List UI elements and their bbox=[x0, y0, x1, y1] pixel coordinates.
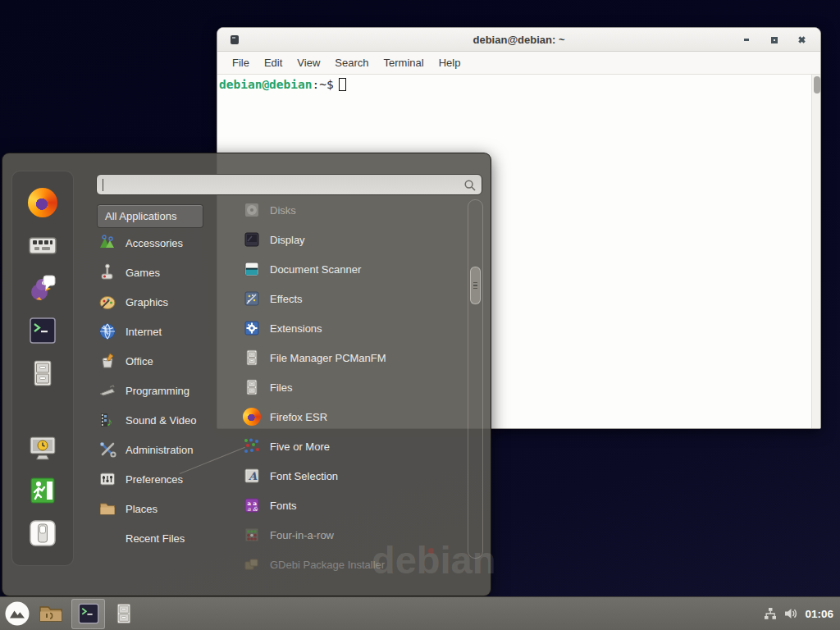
minimize-button[interactable] bbox=[741, 34, 751, 45]
accessories-icon bbox=[98, 234, 116, 252]
pidgin-favorite-icon[interactable] bbox=[28, 273, 57, 303]
administration-icon bbox=[98, 441, 116, 459]
app-item-gdebi-package-installer[interactable]: GDebi Package Installer bbox=[240, 550, 463, 579]
four-in-a-row-icon bbox=[243, 526, 261, 544]
extensions-icon bbox=[243, 319, 261, 337]
svg-text:♪: ♪ bbox=[107, 415, 112, 428]
category-all-applications[interactable]: All Applications bbox=[97, 204, 203, 228]
app-item-file-manager-pcmanfm[interactable]: File Manager PCManFM bbox=[240, 343, 463, 372]
menu-help[interactable]: Help bbox=[439, 57, 461, 69]
app-item-effects[interactable]: Effects bbox=[240, 284, 463, 313]
volume-tray-icon[interactable] bbox=[783, 606, 799, 621]
gdebi-icon bbox=[243, 555, 261, 573]
app-item-disks[interactable]: Disks bbox=[240, 195, 463, 225]
firefox-esr-icon bbox=[243, 408, 261, 426]
document-scanner-icon bbox=[243, 260, 261, 278]
file-manager-taskbar-button[interactable] bbox=[112, 602, 135, 625]
menu-button[interactable] bbox=[4, 600, 30, 627]
lock-screen-button[interactable] bbox=[28, 433, 57, 463]
network-tray-icon[interactable] bbox=[763, 606, 778, 621]
five-or-more-icon bbox=[243, 437, 261, 455]
app-item-files[interactable]: Files bbox=[240, 372, 463, 402]
application-menu: debian bbox=[2, 153, 491, 596]
category-games[interactable]: Games bbox=[97, 258, 232, 287]
terminal-taskbar-button[interactable] bbox=[71, 599, 105, 629]
display-icon bbox=[243, 231, 261, 249]
font-selection-icon: A bbox=[243, 467, 261, 485]
menu-edit[interactable]: Edit bbox=[264, 57, 282, 69]
menu-view[interactable]: View bbox=[297, 57, 320, 69]
files-folder-launcher[interactable] bbox=[38, 600, 64, 627]
category-programming[interactable]: Programming bbox=[97, 376, 232, 405]
effects-icon bbox=[243, 290, 261, 308]
programming-icon bbox=[98, 381, 116, 399]
prompt-suffix: :~$ bbox=[313, 78, 334, 91]
places-icon bbox=[98, 500, 116, 518]
svg-text:a &: a & bbox=[248, 506, 258, 513]
keyboard-favorite-icon[interactable] bbox=[28, 231, 57, 260]
app-item-extensions[interactable]: Extensions bbox=[240, 313, 463, 343]
category-office[interactable]: Office bbox=[97, 346, 232, 376]
terminal-scrollbar[interactable] bbox=[811, 75, 820, 428]
category-sound-video[interactable]: ♪ Sound & Video bbox=[97, 405, 232, 435]
graphics-icon bbox=[98, 293, 116, 311]
pcmanfm-icon bbox=[243, 349, 261, 367]
office-icon bbox=[98, 352, 116, 370]
firefox-favorite-icon[interactable] bbox=[28, 188, 57, 217]
app-list-scrollbar[interactable] bbox=[468, 199, 483, 559]
search-input[interactable] bbox=[96, 174, 482, 195]
preferences-icon bbox=[98, 470, 116, 488]
terminal-cursor bbox=[339, 78, 346, 91]
application-list: Disks Display Document Scanner Effects E… bbox=[240, 195, 463, 579]
taskbar-clock[interactable]: 01:06 bbox=[805, 608, 833, 620]
category-recent-files[interactable]: Recent Files bbox=[97, 523, 232, 553]
menu-search[interactable]: Search bbox=[335, 57, 368, 69]
menu-file[interactable]: File bbox=[232, 57, 249, 69]
terminal-scrollbar-thumb[interactable] bbox=[814, 76, 820, 94]
shutdown-button[interactable] bbox=[28, 518, 57, 548]
category-places[interactable]: Places bbox=[97, 494, 232, 523]
internet-icon bbox=[98, 322, 116, 340]
taskbar: 01:06 bbox=[0, 596, 840, 630]
fonts-icon: a aa & bbox=[243, 496, 261, 514]
category-internet[interactable]: Internet bbox=[97, 317, 232, 346]
games-icon bbox=[98, 263, 116, 281]
app-item-five-or-more[interactable]: Five or More bbox=[240, 431, 463, 461]
logout-button[interactable] bbox=[28, 476, 57, 505]
text-caret bbox=[103, 179, 103, 191]
menu-terminal[interactable]: Terminal bbox=[384, 57, 424, 69]
terminal-menubar: File Edit View Search Terminal Help bbox=[217, 52, 820, 75]
app-item-document-scanner[interactable]: Document Scanner bbox=[240, 254, 463, 284]
file-cabinet-favorite-icon[interactable] bbox=[28, 358, 57, 388]
disks-icon bbox=[243, 201, 261, 219]
search-icon bbox=[463, 179, 477, 192]
category-accessories[interactable]: Accessories bbox=[97, 228, 232, 258]
app-item-font-selection[interactable]: A Font Selection bbox=[240, 461, 463, 491]
terminal-favorite-icon[interactable] bbox=[28, 316, 57, 345]
prompt-user-host: debian@debian bbox=[219, 78, 313, 91]
close-button[interactable] bbox=[797, 34, 807, 45]
recent-files-icon-placeholder bbox=[98, 529, 116, 547]
terminal-title: debian@debian: ~ bbox=[473, 34, 565, 46]
sound-video-icon: ♪ bbox=[98, 411, 116, 429]
favorites-sidebar bbox=[11, 171, 74, 566]
category-graphics[interactable]: Graphics bbox=[97, 287, 232, 317]
files-icon bbox=[243, 378, 261, 396]
app-item-four-in-a-row[interactable]: Four-in-a-row bbox=[240, 520, 463, 550]
maximize-button[interactable] bbox=[769, 34, 779, 45]
desktop: debian@debian: ~ File Edit View Search T… bbox=[0, 0, 840, 630]
category-preferences[interactable]: Preferences bbox=[97, 464, 232, 494]
app-item-firefox-esr[interactable]: Firefox ESR bbox=[240, 402, 463, 431]
svg-text:A: A bbox=[248, 470, 258, 482]
app-item-fonts[interactable]: a aa & Fonts bbox=[240, 491, 463, 520]
terminal-window-icon bbox=[231, 35, 239, 44]
app-item-display[interactable]: Display bbox=[240, 225, 463, 254]
app-list-scrollbar-thumb[interactable] bbox=[470, 267, 481, 304]
category-list: Accessories Games Graphics Internet Offi… bbox=[97, 228, 232, 553]
terminal-titlebar[interactable]: debian@debian: ~ bbox=[217, 28, 820, 52]
